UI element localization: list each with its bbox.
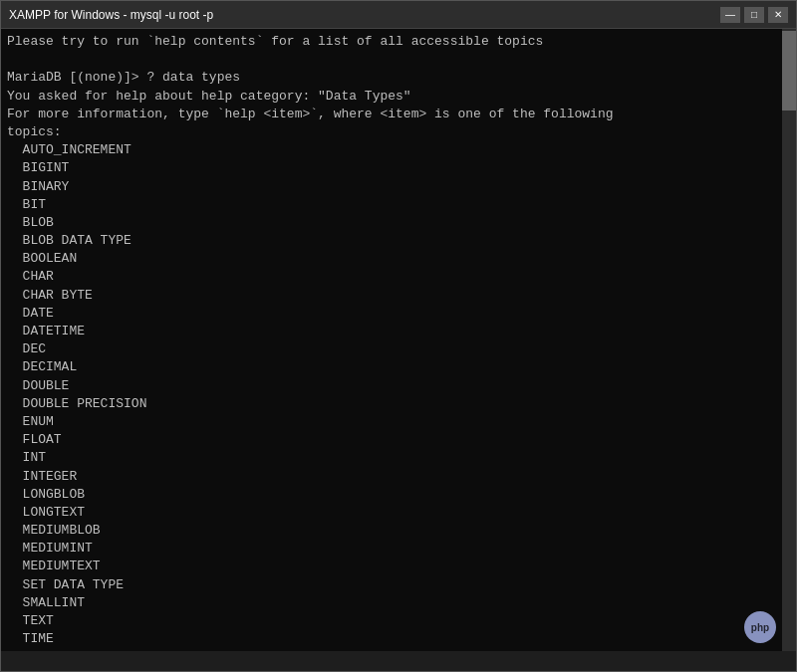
scrollbar-thumb[interactable]	[782, 31, 796, 111]
maximize-button[interactable]: □	[744, 7, 764, 23]
php-badge: php	[744, 611, 776, 643]
bottom-bar	[1, 651, 796, 671]
title-bar: XAMPP for Windows - mysql -u root -p — □…	[1, 1, 796, 29]
scrollbar-track	[782, 29, 796, 651]
window-title: XAMPP for Windows - mysql -u root -p	[9, 8, 213, 22]
minimize-button[interactable]: —	[720, 7, 740, 23]
terminal-window: XAMPP for Windows - mysql -u root -p — □…	[0, 0, 797, 672]
window-controls: — □ ✕	[720, 7, 788, 23]
terminal-area[interactable]: Please try to run `help contents` for a …	[1, 29, 796, 651]
close-button[interactable]: ✕	[768, 7, 788, 23]
terminal-output: Please try to run `help contents` for a …	[7, 33, 790, 651]
